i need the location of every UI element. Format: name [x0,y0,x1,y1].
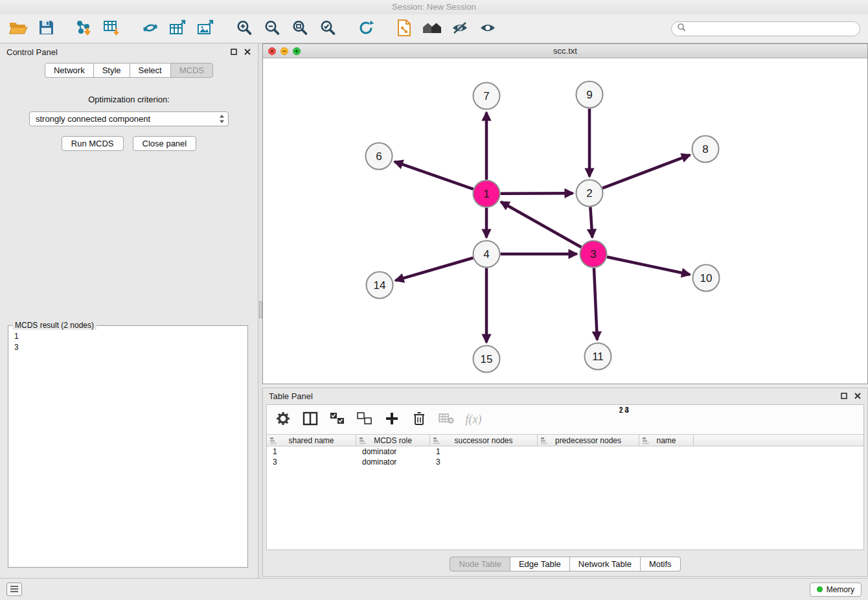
network-window-title: scc.txt [263,46,867,56]
node-11[interactable]: 11 [585,343,611,370]
float-panel-icon[interactable] [230,48,238,56]
table-cell: 3 [267,457,356,467]
application-window: Session: New Session Control Panel [0,0,868,600]
column-header-shared-name[interactable]: shared name [267,435,356,446]
edge-2-8[interactable] [602,155,690,188]
panel-splitter[interactable] [258,43,262,578]
fx-icon: f(x) [466,413,482,426]
export-image-button[interactable] [194,17,218,40]
zoom-in-button[interactable] [233,17,256,40]
show-details-button[interactable] [476,17,499,40]
export-table-button[interactable] [166,17,190,40]
svg-text:3: 3 [590,248,596,260]
select-all-icon [329,411,346,428]
delete-row-button[interactable] [411,411,428,428]
mcds-result-line: 1 [14,331,242,342]
function-builder-button[interactable]: f(x) [465,411,482,428]
edge-2-3[interactable] [590,207,592,237]
svg-text:7: 7 [483,90,489,102]
select-all-button[interactable] [329,411,346,428]
node-8[interactable]: 8 [692,136,719,163]
table-cell: 3 [430,457,485,467]
table-export-icon [168,19,188,39]
table-cell: dominator [356,446,430,457]
mcds-result-list[interactable]: 13 [8,326,247,358]
node-1[interactable]: 1 [474,181,500,207]
close-table-panel-icon[interactable] [854,392,862,400]
node-15[interactable]: 15 [474,346,500,373]
table-panel-title: Table Panel [269,391,313,401]
table-tab-motifs[interactable]: Motifs [640,557,681,571]
node-14[interactable]: 14 [367,272,393,299]
import-table-button[interactable] [100,17,124,40]
column-header-mcds-role[interactable]: MCDS role [356,435,430,446]
column-header-filler [694,435,863,446]
hide-details-button[interactable] [448,17,472,40]
deselect-all-button[interactable] [356,411,373,428]
show-columns-button[interactable] [302,411,319,428]
edge-3-10[interactable] [607,257,690,274]
plus-icon [385,411,399,428]
svg-text:8: 8 [702,143,708,156]
node-6[interactable]: 6 [366,143,393,170]
control-tab-mcds[interactable]: MCDS [170,63,213,78]
zoom-fit-button[interactable] [288,17,312,40]
table-tab-node-table[interactable]: Node Table [450,557,510,571]
search-input[interactable] [689,24,854,33]
memory-button[interactable]: Memory [810,583,862,597]
search-box[interactable] [671,21,860,36]
control-tab-select[interactable]: Select [130,63,171,78]
optimization-criterion-label: Optimization criterion: [0,95,258,104]
table-cell: 1 [430,446,485,457]
table-tab-edge-table[interactable]: Edge Table [510,557,570,571]
delete-column-button[interactable] [438,411,455,428]
criterion-selected-value: strongly connected component [36,114,150,124]
edge-3-11[interactable] [594,268,597,340]
node-7[interactable]: 7 [474,83,500,110]
node-10[interactable]: 10 [693,265,720,292]
home-button[interactable] [420,17,444,40]
mcds-buttons-row: Run MCDS Close panel [0,136,258,151]
zoom-out-button[interactable] [260,17,284,40]
close-panel-button[interactable]: Close panel [133,136,197,151]
criterion-select[interactable]: strongly connected component [29,111,229,126]
edge-4-14[interactable] [395,258,473,281]
run-mcds-button[interactable]: Run MCDS [62,136,124,151]
column-header-successor-nodes[interactable]: successor nodes [430,435,538,446]
close-panel-icon[interactable] [244,48,251,56]
eye-icon [479,19,497,38]
column-header-name[interactable]: name [639,435,694,446]
sort-icon [642,437,650,446]
refresh-view-button[interactable] [354,17,378,40]
node-4[interactable]: 4 [474,241,500,268]
control-tab-style[interactable]: Style [93,63,130,78]
window-title: Session: New Session [392,2,475,12]
table-tab-network-table[interactable]: Network Table [569,557,641,571]
duplicate-network-button[interactable] [139,17,162,40]
table-body: 1dominator4113dominator323 [267,446,863,467]
table-cell: 1 [267,446,356,457]
network-document-button[interactable] [393,17,416,40]
open-session-button[interactable] [6,17,30,40]
table-settings-button[interactable] [275,411,291,428]
zoom-selected-button[interactable] [316,17,339,40]
network-window-titlebar[interactable]: scc.txt [263,44,867,58]
control-tab-network[interactable]: Network [45,63,94,78]
node-9[interactable]: 9 [577,82,603,108]
svg-text:11: 11 [592,351,604,363]
node-3[interactable]: 3 [580,241,607,268]
main-toolbar [0,14,868,43]
network-canvas[interactable]: 7968124314101511 [263,58,867,384]
mcds-result-line: 3 [14,342,242,353]
svg-text:6: 6 [376,150,382,163]
task-history-button[interactable] [6,583,22,596]
add-row-button[interactable] [383,411,400,428]
import-network-button[interactable] [73,17,96,40]
edge-1-2[interactable] [500,193,573,194]
float-table-panel-icon[interactable] [840,392,848,400]
edge-3-1[interactable] [501,202,581,248]
save-session-button[interactable] [34,17,58,40]
node-2[interactable]: 2 [577,180,603,207]
table-row[interactable]: 3dominator323 [267,457,863,467]
edge-1-6[interactable] [394,161,474,189]
